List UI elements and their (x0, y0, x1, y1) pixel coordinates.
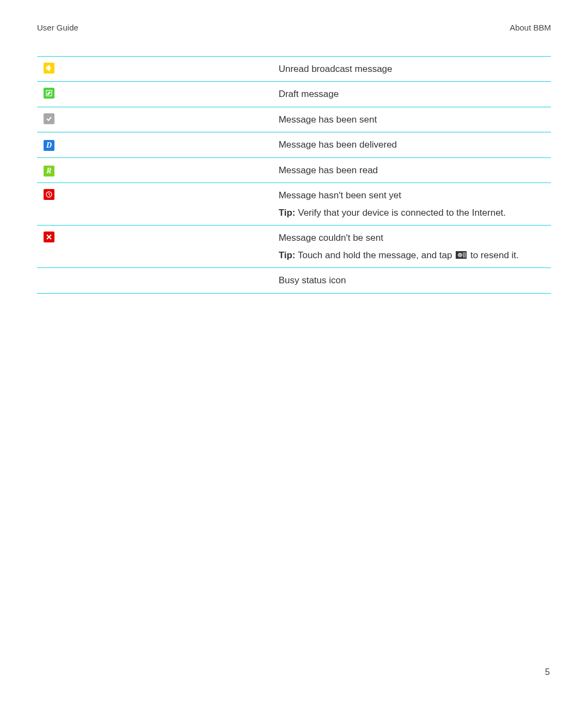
page-header: User Guide About BBM (37, 22, 551, 34)
page-number: 5 (545, 666, 550, 679)
svg-point-3 (460, 254, 461, 255)
table-row: Message hasn't been sent yet Tip: Verify… (37, 183, 551, 226)
tip-text: Verify that your device is connected to … (298, 208, 506, 218)
broadcast-icon (44, 63, 54, 74)
row-label: Message hasn't been sent yet (279, 188, 544, 203)
icon-legend-table: Unread broadcast message Draft message (37, 56, 551, 294)
svg-point-7 (459, 255, 460, 257)
svg-point-2 (458, 254, 459, 255)
row-label: Message couldn't be sent (279, 231, 544, 245)
row-label: Busy status icon (279, 275, 346, 285)
header-left: User Guide (37, 22, 78, 34)
tip-label: Tip: (279, 250, 296, 260)
svg-point-8 (461, 255, 462, 257)
pending-icon (44, 189, 54, 200)
table-row: Unread broadcast message (37, 56, 551, 82)
tip-text-pre: Touch and hold the message, and tap (298, 250, 452, 260)
table-row: Busy status icon (37, 268, 551, 294)
tip-text-post: to resend it. (470, 250, 519, 260)
svg-point-6 (461, 253, 462, 254)
table-row: Draft message (37, 82, 551, 107)
read-icon: R (44, 166, 54, 176)
bb-menu-icon (456, 251, 467, 259)
table-row: Message couldn't be sent Tip: Touch and … (37, 226, 551, 268)
row-label: Message has been sent (279, 114, 377, 125)
header-right: About BBM (510, 22, 551, 34)
row-label: Draft message (279, 89, 339, 99)
table-row: Message has been sent (37, 107, 551, 132)
row-label: Unread broadcast message (279, 64, 393, 74)
table-row: D Message has been delivered (37, 132, 551, 158)
tip-label: Tip: (279, 208, 296, 218)
row-tip: Tip: Touch and hold the message, and tap… (279, 248, 544, 263)
table-row: R Message has been read (37, 157, 551, 183)
sent-icon (44, 113, 54, 124)
row-label: Message has been delivered (279, 139, 397, 150)
document-page: User Guide About BBM Unread broadcast me… (0, 0, 588, 706)
row-tip: Tip: Verify that your device is connecte… (279, 206, 544, 220)
row-label: Message has been read (279, 165, 378, 175)
svg-point-5 (459, 253, 460, 254)
failed-icon (44, 232, 54, 242)
draft-icon (44, 88, 54, 99)
delivered-icon: D (44, 140, 54, 151)
svg-point-4 (461, 254, 462, 255)
